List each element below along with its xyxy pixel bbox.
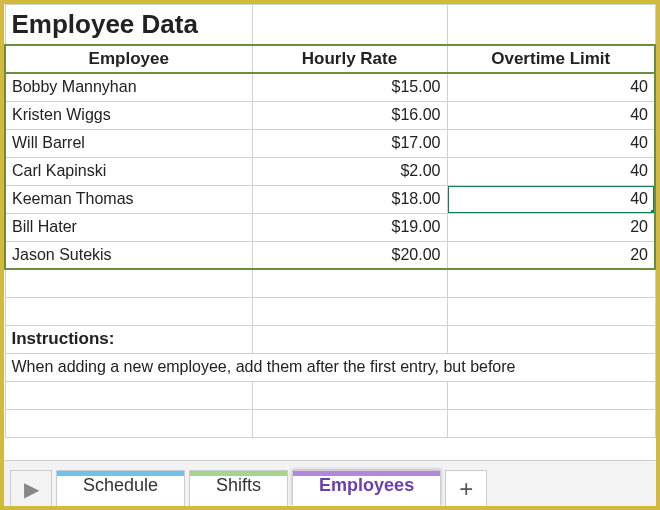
employee-name-cell[interactable]: Keeman Thomas [5,185,252,213]
add-sheet-button[interactable]: + [445,470,487,506]
hourly-rate-cell[interactable]: $2.00 [252,157,447,185]
employee-name-cell[interactable]: Bill Hater [5,213,252,241]
table-row: Carl Kapinski$2.0040 [5,157,655,185]
hourly-rate-cell[interactable]: $18.00 [252,185,447,213]
sheet-title[interactable]: Employee Data [5,5,252,46]
cell-blank[interactable] [447,5,655,46]
tab-schedule[interactable]: Schedule [56,470,185,506]
cell-blank[interactable] [252,5,447,46]
tab-label: Shifts [216,475,261,495]
overtime-limit-cell[interactable]: 40 [447,73,655,101]
sheet-tab-bar: ▶ Schedule Shifts Employees + [4,460,656,506]
table-row: Bobby Mannyhan$15.0040 [5,73,655,101]
table-row: Bill Hater$19.0020 [5,213,655,241]
overtime-limit-cell[interactable]: 40 [447,101,655,129]
overtime-limit-cell[interactable]: 20 [447,213,655,241]
instructions-label[interactable]: Instructions: [5,325,252,353]
employee-name-cell[interactable]: Carl Kapinski [5,157,252,185]
column-header-overtime-limit[interactable]: Overtime Limit [447,45,655,73]
spreadsheet-grid[interactable]: Employee Data Employee Hourly Rate Overt… [4,4,656,456]
sheet-nav-next-icon[interactable]: ▶ [10,470,52,506]
overtime-limit-cell[interactable]: 20 [447,241,655,269]
instructions-text[interactable]: When adding a new employee, add them aft… [5,353,655,381]
overtime-limit-cell[interactable]: 40 [447,157,655,185]
table-row: Keeman Thomas$18.0040 [5,185,655,213]
tab-label: Employees [319,475,414,495]
tab-employees[interactable]: Employees [292,470,441,506]
employee-name-cell[interactable]: Will Barrel [5,129,252,157]
table-row: Jason Sutekis$20.0020 [5,241,655,269]
column-header-hourly-rate[interactable]: Hourly Rate [252,45,447,73]
table-row: Kristen Wiggs$16.0040 [5,101,655,129]
hourly-rate-cell[interactable]: $17.00 [252,129,447,157]
employee-name-cell[interactable]: Bobby Mannyhan [5,73,252,101]
tab-shifts[interactable]: Shifts [189,470,288,506]
hourly-rate-cell[interactable]: $20.00 [252,241,447,269]
hourly-rate-cell[interactable]: $19.00 [252,213,447,241]
hourly-rate-cell[interactable]: $16.00 [252,101,447,129]
column-header-employee[interactable]: Employee [5,45,252,73]
table-row: Will Barrel$17.0040 [5,129,655,157]
hourly-rate-cell[interactable]: $15.00 [252,73,447,101]
employee-name-cell[interactable]: Kristen Wiggs [5,101,252,129]
overtime-limit-cell[interactable]: 40 [447,185,655,213]
tab-label: Schedule [83,475,158,495]
employee-name-cell[interactable]: Jason Sutekis [5,241,252,269]
overtime-limit-cell[interactable]: 40 [447,129,655,157]
